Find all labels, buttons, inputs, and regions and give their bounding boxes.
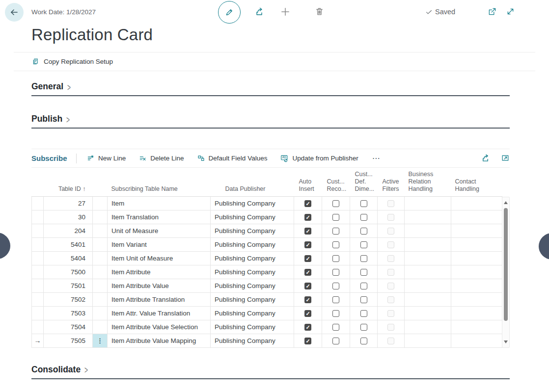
active-filters-checkbox[interactable] (387, 228, 394, 235)
contact-handling-cell[interactable] (451, 334, 502, 347)
business-relation-handling-cell[interactable] (405, 306, 451, 320)
scroll-down-arrow[interactable] (504, 340, 508, 343)
row-options-cell[interactable] (93, 306, 108, 320)
subscribing-table-name-cell[interactable]: Item Attribute Translation (108, 292, 211, 306)
open-in-new-window-button[interactable] (488, 7, 497, 16)
row-selector-cell[interactable] (32, 320, 44, 334)
contact-handling-cell[interactable] (451, 237, 502, 251)
table-id-cell[interactable]: 7502 (44, 292, 93, 306)
auto-insert-checkbox[interactable] (304, 283, 311, 289)
share-part-button[interactable] (481, 154, 490, 163)
data-publisher-cell[interactable]: Publishing Company (211, 292, 294, 306)
cust-def-dime-checkbox[interactable] (360, 200, 367, 207)
business-relation-handling-cell[interactable] (405, 292, 451, 306)
contact-handling-cell[interactable] (451, 265, 502, 279)
header-subscribing-table-name[interactable]: Subscribing Table Name (108, 168, 211, 196)
contact-handling-cell[interactable] (451, 292, 502, 306)
business-relation-handling-cell[interactable] (405, 265, 451, 279)
data-publisher-cell[interactable]: Publishing Company (211, 306, 294, 320)
data-publisher-cell[interactable]: Publishing Company (211, 196, 294, 210)
row-selector-cell[interactable] (32, 196, 44, 210)
focus-mode-button[interactable] (501, 154, 510, 163)
subscribing-table-name-cell[interactable]: Item Attribute Value Mapping (108, 334, 211, 347)
row-selector-cell[interactable] (32, 251, 44, 265)
auto-insert-checkbox[interactable] (304, 214, 311, 221)
business-relation-handling-cell[interactable] (405, 224, 451, 237)
subscribing-table-name-cell[interactable]: Item Attribute Value (108, 279, 211, 292)
new-button[interactable] (280, 6, 291, 17)
cust-reco-checkbox[interactable] (332, 310, 339, 317)
next-record-button[interactable] (539, 233, 549, 260)
scroll-up-arrow[interactable] (504, 201, 508, 204)
row-selector-cell[interactable] (32, 210, 44, 224)
cust-reco-checkbox[interactable] (332, 214, 339, 221)
cust-reco-checkbox[interactable] (332, 269, 339, 276)
table-id-cell[interactable]: 27 (44, 196, 93, 210)
previous-record-button[interactable] (0, 233, 10, 259)
vertical-scrollbar[interactable] (502, 197, 510, 348)
contact-handling-cell[interactable] (451, 279, 502, 292)
cust-reco-checkbox[interactable] (332, 200, 339, 207)
header-cust-def-dime[interactable]: Cust... Def. Dime... (350, 168, 378, 196)
back-button[interactable] (5, 3, 24, 22)
row-selector-cell[interactable] (32, 292, 44, 306)
business-relation-handling-cell[interactable] (405, 196, 451, 210)
data-publisher-cell[interactable]: Publishing Company (211, 320, 294, 334)
active-filters-checkbox[interactable] (387, 269, 394, 276)
auto-insert-checkbox[interactable] (304, 269, 311, 276)
table-id-cell[interactable]: 7501 (44, 279, 93, 292)
header-auto-insert[interactable]: Auto Insert (294, 168, 322, 196)
scrollbar-thumb[interactable] (504, 208, 508, 321)
contact-handling-cell[interactable] (451, 196, 502, 210)
data-publisher-cell[interactable]: Publishing Company (211, 237, 294, 251)
contact-handling-cell[interactable] (451, 320, 502, 334)
cust-reco-checkbox[interactable] (332, 296, 339, 303)
header-contact-handling[interactable]: Contact Handling (451, 168, 502, 196)
cust-reco-checkbox[interactable] (332, 228, 339, 235)
share-button[interactable] (254, 7, 264, 17)
cust-reco-checkbox[interactable] (332, 255, 339, 262)
active-filters-checkbox[interactable] (387, 310, 394, 317)
active-filters-checkbox[interactable] (387, 241, 394, 248)
subscribing-table-name-cell[interactable]: Item Unit of Measure (108, 251, 211, 265)
cust-reco-checkbox[interactable] (332, 338, 339, 344)
table-id-cell[interactable]: 7504 (44, 320, 93, 334)
auto-insert-checkbox[interactable] (304, 255, 311, 262)
copy-replication-setup-button[interactable]: Copy Replication Setup (31, 57, 113, 66)
table-id-cell[interactable]: 7503 (44, 306, 93, 320)
row-options-cell[interactable] (93, 251, 108, 265)
cust-def-dime-checkbox[interactable] (360, 296, 367, 303)
data-publisher-cell[interactable]: Publishing Company (211, 210, 294, 224)
subscribing-table-name-cell[interactable]: Item Attr. Value Translation (108, 306, 211, 320)
delete-line-button[interactable]: Delete Line (138, 154, 184, 162)
business-relation-handling-cell[interactable] (405, 237, 451, 251)
auto-insert-checkbox[interactable] (304, 338, 311, 344)
data-publisher-cell[interactable]: Publishing Company (211, 334, 294, 347)
section-consolidate-toggle[interactable]: Consolidate > (31, 365, 88, 375)
subscribing-table-name-cell[interactable]: Item Attribute (108, 265, 211, 279)
cust-def-dime-checkbox[interactable] (360, 283, 367, 289)
cust-def-dime-checkbox[interactable] (360, 214, 367, 221)
header-table-id[interactable]: Table ID ↑ (44, 168, 93, 196)
row-selector-cell[interactable] (32, 224, 44, 237)
expand-window-button[interactable] (506, 7, 515, 16)
active-filters-checkbox[interactable] (387, 200, 394, 207)
default-field-values-button[interactable]: Default Field Values (197, 154, 268, 162)
table-id-cell[interactable]: 5404 (44, 251, 93, 265)
business-relation-handling-cell[interactable] (405, 279, 451, 292)
cust-def-dime-checkbox[interactable] (360, 228, 367, 235)
more-options-button[interactable]: ⋯ (372, 154, 381, 163)
business-relation-handling-cell[interactable] (405, 320, 451, 334)
row-options-cell[interactable] (93, 224, 108, 237)
data-publisher-cell[interactable]: Publishing Company (211, 224, 294, 237)
row-options-cell[interactable]: ⋮ (93, 334, 108, 347)
section-general-toggle[interactable]: General > (31, 81, 71, 92)
cust-reco-checkbox[interactable] (332, 324, 339, 331)
header-cust-reco[interactable]: Cust... Reco... (322, 168, 350, 196)
auto-insert-checkbox[interactable] (304, 200, 311, 207)
table-id-cell[interactable]: 7500 (44, 265, 93, 279)
cust-def-dime-checkbox[interactable] (360, 241, 367, 248)
active-filters-checkbox[interactable] (387, 296, 394, 303)
subscribing-table-name-cell[interactable]: Item (108, 196, 211, 210)
cust-def-dime-checkbox[interactable] (360, 255, 367, 262)
